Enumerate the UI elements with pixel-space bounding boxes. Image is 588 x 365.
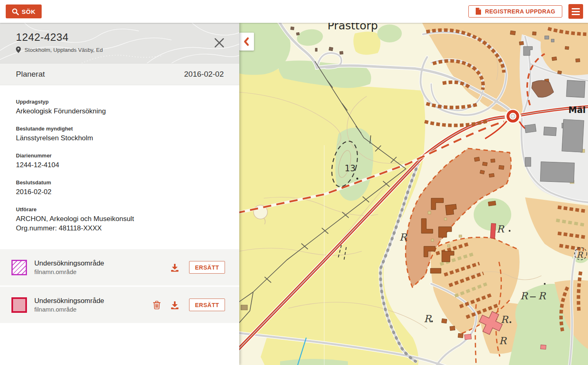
search-button[interactable]: SÖK <box>6 4 42 18</box>
file-row-pink-area: Undersökningsområde filnamn.område <box>0 287 239 323</box>
field-uppdragstyp: Uppdragstyp Arkeologisk Förundersökning <box>16 99 227 116</box>
field-value: 1244-12-4104 <box>16 160 227 170</box>
document-icon <box>475 8 481 15</box>
map[interactable]: R R R R R R R R Prästtorp Mäl 13 <box>239 23 588 365</box>
location-text: Stockholm, Upplands Väsby, Ed <box>24 47 103 53</box>
download-button[interactable] <box>169 262 180 273</box>
file-name: filnamn.område <box>34 268 151 275</box>
replace-button[interactable]: ERSÄTT <box>189 299 225 311</box>
download-icon <box>170 301 179 310</box>
field-utforare: Utförare ARCHON, Arkeologi och Museikons… <box>16 206 227 233</box>
status-label: Planerat <box>16 70 45 79</box>
register-assignment-button[interactable]: REGISTRERA UPPDRAG <box>468 5 562 18</box>
field-beslutsdatum: Beslutsdatum 2016-02-02 <box>16 179 227 197</box>
close-panel-button[interactable] <box>213 37 225 49</box>
assignment-detail-panel: 1242-4234 Stockholm, Upplands Väsby, Ed … <box>0 23 239 365</box>
svg-text:R: R <box>424 313 432 325</box>
panel-header: 1242-4234 Stockholm, Upplands Väsby, Ed <box>0 23 239 63</box>
download-button[interactable] <box>169 300 180 310</box>
menu-bar <box>572 11 580 12</box>
map-red-building <box>490 223 496 239</box>
close-icon <box>213 37 225 49</box>
hamburger-menu-button[interactable] <box>568 4 583 19</box>
menu-bar <box>572 14 580 15</box>
collapse-panel-button[interactable] <box>239 33 254 51</box>
register-button-label: REGISTRERA UPPDRAG <box>485 8 555 15</box>
map-label-place: Prästtorp <box>327 23 378 32</box>
menu-bar <box>572 8 580 9</box>
svg-text:R: R <box>577 250 584 260</box>
top-bar: SÖK REGISTRERA UPPDRAG <box>0 0 588 23</box>
status-date: 2016-02-02 <box>184 70 224 79</box>
svg-text:R: R <box>399 232 408 243</box>
file-title: Undersökningsområde <box>34 297 151 305</box>
svg-text:R: R <box>497 223 505 235</box>
icon-spacer <box>151 262 162 273</box>
area-swatch-pink <box>11 297 27 313</box>
search-icon <box>12 8 19 15</box>
svg-text:R: R <box>538 290 546 302</box>
delete-button[interactable] <box>151 300 162 310</box>
field-label: Utförare <box>16 206 227 213</box>
file-text: Undersökningsområde filnamn.område <box>34 259 151 275</box>
svg-text:R: R <box>499 335 507 347</box>
trash-icon <box>153 301 161 310</box>
file-row-hatched-area: Undersökningsområde filnamn.område ERSÄT… <box>0 249 239 285</box>
file-list: Undersökningsområde filnamn.område ERSÄT… <box>0 249 239 323</box>
page-title: 1242-4234 <box>16 31 239 44</box>
replace-button[interactable]: ERSÄTT <box>189 261 225 274</box>
svg-text:R: R <box>520 290 528 302</box>
location-pin-icon <box>16 46 21 53</box>
field-label: Uppdragstyp <box>16 99 227 105</box>
download-icon <box>170 263 179 272</box>
status-bar: Planerat 2016-02-02 <box>0 63 239 85</box>
file-title: Undersökningsområde <box>34 259 151 268</box>
area-swatch-hatched-magenta <box>11 260 27 275</box>
map-label-monument-number: 13 <box>345 164 356 173</box>
field-list: Uppdragstyp Arkeologisk Förundersökning … <box>0 85 239 233</box>
field-value: Länsstyrelsen Stockholm <box>16 133 227 143</box>
field-beslutande-myndighet: Beslutande myndighet Länsstyrelsen Stock… <box>16 126 227 143</box>
svg-text:R: R <box>501 314 509 325</box>
file-text: Undersökningsområde filnamn.område <box>34 297 151 313</box>
field-value: 2016-02-02 <box>16 187 227 197</box>
field-value: Arkeologisk Förundersökning <box>16 106 227 116</box>
field-value: ARCHON, Arkeologi och Museikonsult <box>16 214 227 223</box>
field-value-line2: Org.nummer: 481118-XXXX <box>16 223 227 233</box>
map-container: R R R R R R R R Prästtorp Mäl 13 <box>239 23 588 365</box>
chevron-left-icon <box>243 37 251 46</box>
field-label: Beslutsdatum <box>16 179 227 186</box>
field-label: Diarienummer <box>16 153 227 159</box>
field-diarienummer: Diarienummer 1244-12-4104 <box>16 153 227 170</box>
map-label-road: Mäl <box>568 105 586 115</box>
file-name: filnamn.område <box>34 306 151 313</box>
field-label: Beslutande myndighet <box>16 126 227 132</box>
search-button-label: SÖK <box>22 8 36 15</box>
